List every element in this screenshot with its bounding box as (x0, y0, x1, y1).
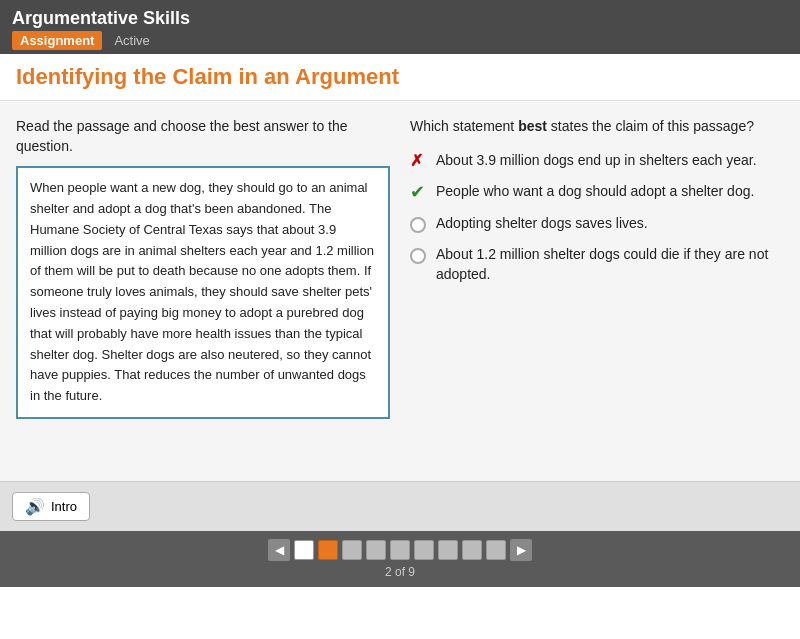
nav-square-3[interactable] (342, 540, 362, 560)
answer-text-a: About 3.9 million dogs end up in shelter… (436, 151, 757, 171)
nav-square-9[interactable] (486, 540, 506, 560)
nav-square-2[interactable] (318, 540, 338, 560)
nav-square-5[interactable] (390, 540, 410, 560)
nav-prev-button[interactable]: ◀ (268, 539, 290, 561)
question-suffix: states the claim of this passage? (547, 118, 754, 134)
nav-square-4[interactable] (366, 540, 386, 560)
passage-box: When people want a new dog, they should … (16, 166, 390, 419)
answer-icon-circle-c (410, 215, 428, 233)
content-area: Read the passage and choose the best ans… (0, 101, 800, 481)
left-panel: Read the passage and choose the best ans… (16, 117, 390, 465)
page-count: 2 of 9 (385, 565, 415, 579)
intro-label: Intro (51, 499, 77, 514)
nav-next-button[interactable]: ▶ (510, 539, 532, 561)
bottom-toolbar: 🔊 Intro (0, 481, 800, 531)
app-header: Argumentative Skills Assignment Active (0, 0, 800, 54)
nav-controls: ◀ ▶ (268, 539, 532, 561)
answer-text-b: People who want a dog should adopt a she… (436, 182, 754, 202)
answer-icon-check: ✔ (410, 183, 428, 201)
title-bar: Identifying the Claim in an Argument (0, 54, 800, 101)
nav-square-1[interactable] (294, 540, 314, 560)
answer-icon-x: ✗ (410, 152, 428, 170)
answer-option-c[interactable]: Adopting shelter dogs saves lives. (410, 214, 784, 234)
nav-square-7[interactable] (438, 540, 458, 560)
answer-option-d[interactable]: About 1.2 million shelter dogs could die… (410, 245, 784, 284)
answer-option-b[interactable]: ✔ People who want a dog should adopt a s… (410, 182, 784, 202)
nav-bar: Assignment Active (12, 31, 788, 50)
app-title: Argumentative Skills (12, 8, 788, 29)
question-prefix: Which statement (410, 118, 518, 134)
lesson-title: Identifying the Claim in an Argument (16, 64, 784, 90)
answer-option-a[interactable]: ✗ About 3.9 million dogs end up in shelt… (410, 151, 784, 171)
speaker-icon: 🔊 (25, 497, 45, 516)
nav-square-6[interactable] (414, 540, 434, 560)
answer-text-d: About 1.2 million shelter dogs could die… (436, 245, 784, 284)
nav-active-label: Active (114, 33, 149, 48)
answer-icon-circle-d (410, 246, 428, 264)
question-text: Which statement best states the claim of… (410, 117, 784, 137)
nav-assignment-tab[interactable]: Assignment (12, 31, 102, 50)
question-bold: best (518, 118, 547, 134)
passage-instruction: Read the passage and choose the best ans… (16, 117, 390, 156)
nav-footer: ◀ ▶ 2 of 9 (0, 531, 800, 587)
right-panel: Which statement best states the claim of… (410, 117, 784, 465)
answer-text-c: Adopting shelter dogs saves lives. (436, 214, 648, 234)
intro-button[interactable]: 🔊 Intro (12, 492, 90, 521)
nav-square-8[interactable] (462, 540, 482, 560)
